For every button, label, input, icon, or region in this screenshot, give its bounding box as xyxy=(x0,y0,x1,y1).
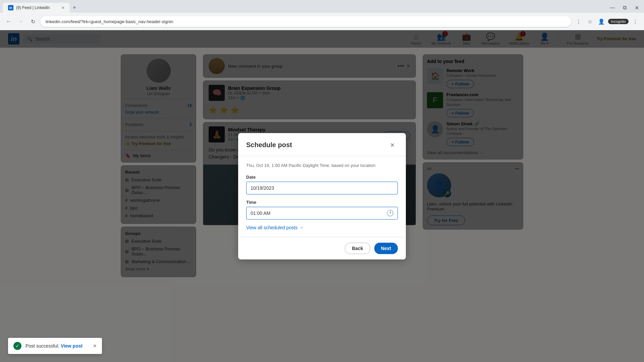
toast-close-button[interactable]: × xyxy=(93,343,97,350)
browser-tab: in (9) Feed | LinkedIn × xyxy=(3,3,70,13)
tab-favicon: in xyxy=(8,5,13,10)
window-close-button[interactable]: ✕ xyxy=(632,3,641,12)
address-text: linkedin.com/feed/?trk=guest_homepage-ba… xyxy=(46,19,566,24)
modal-subtitle: Thu, Oct 19, 1:00 AM Pacific Daylight Ti… xyxy=(246,163,398,168)
profile-button[interactable]: 👤 xyxy=(597,17,606,26)
modal-title: Schedule post xyxy=(246,141,292,149)
modal-close-button[interactable]: × xyxy=(387,140,398,150)
extensions-button[interactable]: ⋮ xyxy=(574,17,583,26)
browser-tab-bar: in (9) Feed | LinkedIn × + — ⧉ ✕ xyxy=(0,0,644,13)
back-button[interactable]: Back xyxy=(345,243,370,254)
new-tab-button[interactable]: + xyxy=(70,3,79,12)
time-input-wrapper: 🕐 xyxy=(246,207,398,220)
window-restore-button[interactable]: ⧉ xyxy=(620,3,629,12)
toast-text: Post successful. View post xyxy=(25,343,89,349)
schedule-post-modal: Schedule post × Thu, Oct 19, 1:00 AM Pac… xyxy=(238,133,406,259)
bookmark-button[interactable]: ☆ xyxy=(585,17,595,26)
modal-header: Schedule post × xyxy=(238,133,406,156)
time-input[interactable] xyxy=(246,207,398,220)
time-form-group: Time 🕐 xyxy=(246,200,398,220)
date-input[interactable] xyxy=(246,182,398,194)
time-label: Time xyxy=(246,200,398,205)
modal-body: Thu, Oct 19, 1:00 AM Pacific Daylight Ti… xyxy=(238,156,406,237)
back-button[interactable]: ← xyxy=(4,17,13,26)
forward-button[interactable]: → xyxy=(16,17,25,26)
incognito-badge: Incognito xyxy=(608,19,629,24)
refresh-button[interactable]: ↻ xyxy=(28,17,38,26)
view-scheduled-posts-link[interactable]: View all scheduled posts → xyxy=(246,225,398,230)
date-label: Date xyxy=(246,175,398,180)
toast-view-post-link[interactable]: View post xyxy=(61,343,83,349)
date-form-group: Date xyxy=(246,175,398,194)
browser-chrome: in (9) Feed | LinkedIn × + — ⧉ ✕ ← → ↻ l… xyxy=(0,0,644,30)
window-minimize-button[interactable]: — xyxy=(608,3,617,12)
more-button[interactable]: ⋮ xyxy=(631,17,640,26)
address-bar[interactable]: linkedin.com/feed/?trk=guest_homepage-ba… xyxy=(40,16,571,27)
modal-footer: Back Next xyxy=(238,237,406,259)
toast-success-icon: ✓ xyxy=(13,342,21,350)
next-button[interactable]: Next xyxy=(374,243,398,254)
browser-address-bar-row: ← → ↻ linkedin.com/feed/?trk=guest_homep… xyxy=(0,13,644,30)
tab-title: (9) Feed | LinkedIn xyxy=(16,5,59,10)
clock-icon: 🕐 xyxy=(386,209,394,217)
toast-notification: ✓ Post successful. View post × xyxy=(8,338,102,354)
modal-backdrop[interactable]: Schedule post × Thu, Oct 19, 1:00 AM Pac… xyxy=(0,30,644,362)
tab-close-button[interactable]: × xyxy=(62,5,64,10)
